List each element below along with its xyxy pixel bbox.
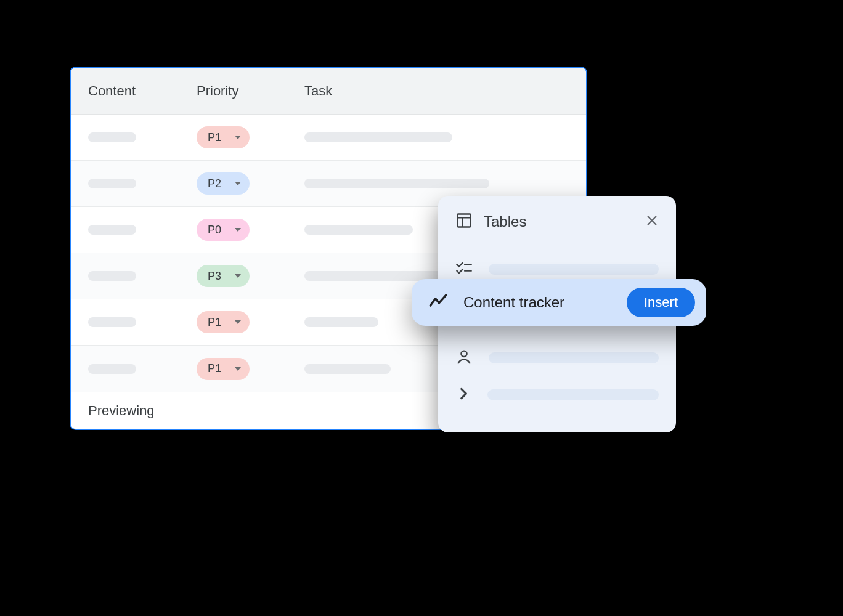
priority-label: P1 bbox=[208, 316, 221, 329]
cell-content bbox=[71, 115, 179, 160]
svg-point-7 bbox=[461, 351, 466, 357]
placeholder-bar bbox=[88, 225, 136, 235]
panel-title: Tables bbox=[484, 213, 634, 230]
priority-chip[interactable]: P3 bbox=[197, 265, 250, 287]
placeholder-bar bbox=[304, 132, 452, 142]
priority-chip[interactable]: P0 bbox=[197, 219, 250, 241]
priority-label: P1 bbox=[208, 362, 221, 375]
placeholder-bar bbox=[304, 317, 378, 327]
placeholder-bar bbox=[304, 225, 413, 235]
table-row: P1 bbox=[71, 115, 586, 161]
priority-chip[interactable]: P2 bbox=[197, 172, 250, 195]
placeholder-bar bbox=[304, 364, 391, 374]
chevron-down-icon bbox=[235, 367, 241, 371]
panel-item-person[interactable] bbox=[455, 341, 659, 375]
content-tracker-label: Content tracker bbox=[463, 294, 612, 311]
checklist-icon bbox=[455, 259, 473, 279]
priority-label: P1 bbox=[208, 131, 221, 144]
chevron-right-icon bbox=[455, 386, 471, 404]
table-icon bbox=[455, 212, 473, 232]
placeholder-bar bbox=[489, 352, 659, 363]
cell-content bbox=[71, 299, 179, 345]
placeholder-bar bbox=[304, 179, 489, 188]
chevron-down-icon bbox=[235, 182, 241, 185]
close-icon[interactable] bbox=[645, 214, 659, 230]
priority-label: P2 bbox=[208, 177, 221, 190]
priority-label: P0 bbox=[208, 224, 221, 237]
placeholder-bar bbox=[489, 264, 659, 275]
priority-label: P3 bbox=[208, 270, 221, 283]
cell-task bbox=[287, 115, 586, 160]
priority-chip[interactable]: P1 bbox=[197, 126, 250, 148]
priority-chip[interactable]: P1 bbox=[197, 358, 250, 380]
chevron-down-icon bbox=[235, 136, 241, 139]
cell-content bbox=[71, 253, 179, 299]
header-content: Content bbox=[71, 68, 179, 114]
chevron-down-icon bbox=[235, 274, 241, 278]
panel-item-more[interactable] bbox=[455, 378, 659, 411]
chevron-down-icon bbox=[235, 228, 241, 232]
cell-content bbox=[71, 161, 179, 206]
priority-chip[interactable]: P1 bbox=[197, 311, 250, 333]
placeholder-bar bbox=[88, 179, 136, 188]
cell-content bbox=[71, 346, 179, 392]
svg-rect-0 bbox=[458, 214, 471, 227]
panel-item-content-tracker[interactable]: Content tracker Insert bbox=[412, 279, 706, 326]
cell-priority: P1 bbox=[179, 115, 287, 160]
placeholder-bar bbox=[88, 132, 136, 142]
placeholder-bar bbox=[487, 389, 659, 400]
cell-priority: P0 bbox=[179, 207, 287, 253]
table-header: Content Priority Task bbox=[71, 68, 586, 115]
person-icon bbox=[455, 348, 473, 368]
chevron-down-icon bbox=[235, 320, 241, 324]
trend-icon bbox=[428, 291, 449, 314]
insert-button[interactable]: Insert bbox=[627, 288, 695, 317]
placeholder-bar bbox=[88, 317, 136, 327]
placeholder-bar bbox=[88, 271, 136, 281]
cell-priority: P1 bbox=[179, 299, 287, 345]
placeholder-bar bbox=[88, 364, 136, 374]
header-priority: Priority bbox=[179, 68, 287, 114]
cell-priority: P2 bbox=[179, 161, 287, 206]
header-task: Task bbox=[287, 68, 586, 114]
cell-priority: P1 bbox=[179, 346, 287, 392]
cell-priority: P3 bbox=[179, 253, 287, 299]
cell-content bbox=[71, 207, 179, 253]
